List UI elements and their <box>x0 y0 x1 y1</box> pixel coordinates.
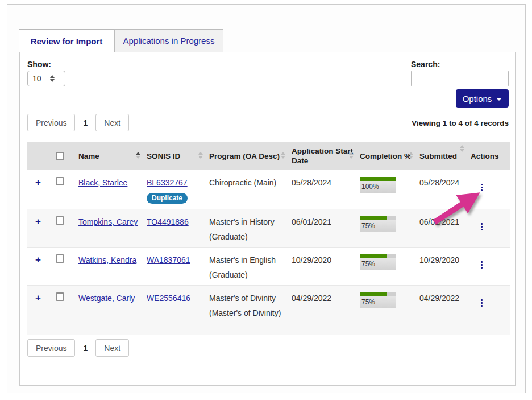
applications-table: Name SONIS ID Program (OA Desc) Applicat… <box>27 142 510 335</box>
search-label: Search: <box>411 60 509 69</box>
expand-row-icon[interactable]: + <box>31 216 41 228</box>
applicant-name-link[interactable]: Watkins, Kendra <box>78 255 136 265</box>
row-actions-menu-icon[interactable] <box>471 220 488 233</box>
header-start-date[interactable]: Application Start Date <box>288 142 356 170</box>
show-control: Show: 10 <box>27 60 65 86</box>
sort-icon <box>409 152 413 159</box>
submitted-cell: 10/29/2020 <box>416 247 467 285</box>
sort-icon <box>460 145 464 152</box>
submitted-cell: 04/29/2022 <box>416 285 467 335</box>
start-date-cell: 06/01/2021 <box>288 209 356 247</box>
show-selected-value: 10 <box>32 74 41 83</box>
next-button[interactable]: Next <box>95 114 129 131</box>
header-name-label: Name <box>78 152 99 160</box>
header-actions-label: Actions <box>471 152 499 160</box>
program-cell: Master's of Divinity (Master's of Divini… <box>206 285 288 335</box>
start-date-cell: 10/29/2020 <box>288 247 356 285</box>
header-sonis-id-label: SONIS ID <box>147 152 180 160</box>
row-checkbox[interactable] <box>56 292 64 301</box>
records-summary: Viewing 1 to 4 of 4 records <box>412 119 509 127</box>
options-button[interactable]: Options <box>456 89 509 108</box>
table-row: + Tompkins, Carey TO4491886 Master's in … <box>27 209 510 247</box>
header-start-date-label: Application Start Date <box>292 147 353 165</box>
next-button[interactable]: Next <box>95 339 129 357</box>
sort-asc-icon <box>136 152 140 159</box>
table-row: + Watkins, Kendra WA1837061 Master's in … <box>27 247 510 285</box>
select-stepper-icon <box>50 75 55 82</box>
page-number[interactable]: 1 <box>83 344 88 353</box>
search-input[interactable] <box>411 71 509 86</box>
header-completion-label: Completion % <box>360 152 411 160</box>
header-sonis-id[interactable]: SONIS ID <box>143 142 206 170</box>
chevron-down-icon <box>496 98 502 101</box>
header-expand <box>27 142 52 170</box>
table-row: + Black, Starlee BL6332767 Duplicate Chi… <box>27 170 510 209</box>
sort-icon <box>281 152 285 159</box>
header-actions: Actions <box>467 142 510 170</box>
header-submitted[interactable]: Submitted <box>416 142 467 170</box>
completion-progress: 75% <box>360 292 396 308</box>
show-page-size-select[interactable]: 10 <box>27 71 65 86</box>
tab-review-for-import[interactable]: Review for Import <box>19 29 114 52</box>
start-date-cell: 04/29/2022 <box>288 285 356 335</box>
header-submitted-label: Submitted <box>419 152 457 160</box>
completion-progress: 75% <box>360 216 396 232</box>
tab-applications-in-progress[interactable]: Applications in Progress <box>114 29 223 52</box>
previous-button[interactable]: Previous <box>27 114 75 131</box>
previous-button[interactable]: Previous <box>27 339 75 357</box>
row-actions-menu-icon[interactable] <box>471 180 488 193</box>
row-checkbox[interactable] <box>56 216 64 225</box>
applicant-name-link[interactable]: Tompkins, Carey <box>78 217 138 226</box>
sonis-id-link[interactable]: WA1837061 <box>147 255 190 265</box>
select-all-checkbox[interactable] <box>56 152 64 160</box>
submitted-cell: 05/28/2024 <box>416 170 467 209</box>
header-program[interactable]: Program (OA Desc) <box>206 142 288 170</box>
tab-bar: Review for Import Applications in Progre… <box>19 29 223 52</box>
table-header-row: Name SONIS ID Program (OA Desc) Applicat… <box>27 142 510 170</box>
start-date-cell: 05/28/2024 <box>288 170 356 209</box>
submitted-cell: 06/01/2021 <box>416 209 467 247</box>
page-number[interactable]: 1 <box>83 118 88 127</box>
sort-icon <box>198 152 203 159</box>
expand-row-icon[interactable]: + <box>31 177 41 188</box>
search-control: Search: <box>411 60 509 86</box>
header-name[interactable]: Name <box>75 142 143 170</box>
tab-panel: Show: 10 Search: Options Previous 1 Next… <box>19 52 516 386</box>
row-actions-menu-icon[interactable] <box>471 296 488 309</box>
duplicate-badge: Duplicate <box>147 193 188 204</box>
completion-percent-label: 75% <box>360 296 396 308</box>
page-card: Review for Import Applications in Progre… <box>7 4 526 393</box>
sonis-id-link[interactable]: TO4491886 <box>147 217 189 226</box>
applicant-name-link[interactable]: Black, Starlee <box>78 178 127 187</box>
pagination-top: Previous 1 Next <box>27 114 129 131</box>
program-cell: Chiropractic (Main) <box>206 170 288 209</box>
completion-progress: 75% <box>360 254 396 270</box>
sonis-id-link[interactable]: WE2556416 <box>147 294 190 303</box>
table-row: + Westgate, Carly WE2556416 Master's of … <box>27 285 510 335</box>
completion-percent-label: 100% <box>360 181 396 193</box>
program-cell: Master's in History (Graduate) <box>206 209 288 247</box>
applicant-name-link[interactable]: Westgate, Carly <box>78 294 135 303</box>
row-checkbox[interactable] <box>56 177 64 185</box>
header-completion[interactable]: Completion % <box>356 142 416 170</box>
sort-icon <box>349 152 354 159</box>
row-checkbox[interactable] <box>56 254 64 263</box>
show-label: Show: <box>27 60 65 69</box>
completion-progress: 100% <box>360 177 396 193</box>
pagination-bottom: Previous 1 Next <box>27 339 129 357</box>
header-program-label: Program (OA Desc) <box>209 152 280 160</box>
header-select-all <box>52 142 75 170</box>
program-cell: Master's in English (Graduate) <box>206 247 288 285</box>
expand-row-icon[interactable]: + <box>31 292 41 304</box>
completion-percent-label: 75% <box>360 220 396 232</box>
options-button-label: Options <box>463 94 492 104</box>
completion-percent-label: 75% <box>360 258 396 270</box>
row-actions-menu-icon[interactable] <box>471 258 488 271</box>
expand-row-icon[interactable]: + <box>31 254 41 266</box>
sonis-id-link[interactable]: BL6332767 <box>147 178 188 187</box>
